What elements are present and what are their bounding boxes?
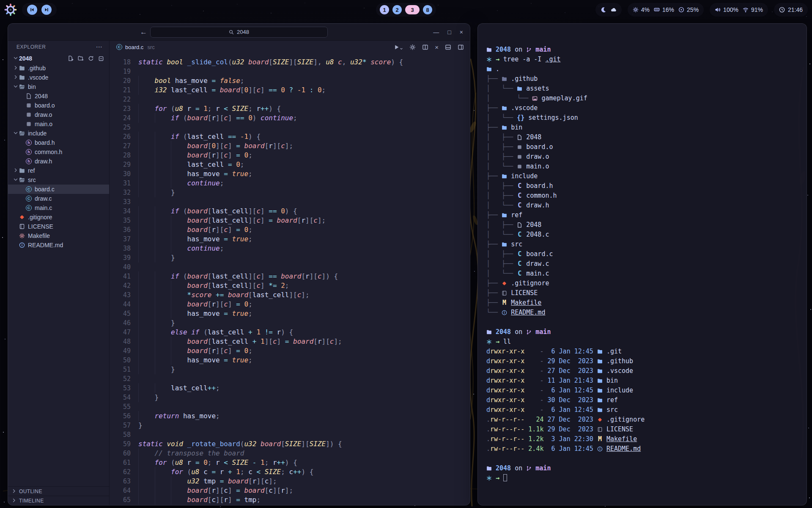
code-line[interactable]: 62 for (u8 c = r + 1; c < SIZE; c++) { (110, 467, 470, 477)
code-line[interactable]: 28 board[r][c] = 0; (110, 151, 470, 160)
code-line[interactable]: 35 board[last_cell][c] = board[r][c]; (110, 216, 470, 225)
code-line[interactable]: 34 if (board[last_cell][c] == 0) { (110, 207, 470, 216)
workspace-8[interactable]: 8 (423, 5, 432, 14)
code-line[interactable]: 30 has_move = true; (110, 169, 470, 179)
code-line[interactable]: 60 // transpose the board (110, 449, 470, 458)
code-line[interactable]: 47 else if (last_cell + 1 != r) { (110, 328, 470, 337)
code-line[interactable]: 55 (110, 402, 470, 411)
workspace-3[interactable]: 3 (405, 5, 420, 14)
code-line[interactable]: 58 (110, 430, 470, 439)
more-actions-icon[interactable]: ⋯ (96, 43, 103, 51)
workspace-2[interactable]: 2 (392, 5, 402, 14)
new-folder-icon[interactable] (78, 55, 84, 61)
code-line[interactable]: 57} (110, 421, 470, 430)
code-line[interactable]: 42 board[last_cell][c] *= 2; (110, 281, 470, 290)
code-line[interactable]: 26 if (last_cell == -1) { (110, 132, 470, 141)
code-line[interactable]: 43 *score += board[last_cell][c]; (110, 290, 470, 300)
toggle-layout-icon[interactable] (458, 44, 464, 50)
code-line[interactable]: 27 board[0][c] = board[r][c]; (110, 141, 470, 151)
code-line[interactable]: 49 board[r][c] = 0; (110, 346, 470, 356)
tree-item-main.c[interactable]: Cmain.c (8, 203, 109, 213)
code-line[interactable]: 53 last_cell++; (110, 384, 470, 393)
code-line[interactable]: 44 board[r][c] = 0; (110, 300, 470, 309)
code-editor[interactable]: 18static bool _slide_col(u32 board[SIZE]… (110, 53, 470, 505)
weather-widget[interactable] (595, 3, 622, 17)
code-line[interactable]: 50 has_move = true; (110, 356, 470, 365)
command-center-search[interactable]: 2048 (150, 27, 328, 38)
editor-titlebar[interactable]: ← → 2048 — □ × (8, 24, 470, 41)
code-line[interactable]: 48 board[last_cell + 1][c] = board[r][c]… (110, 337, 470, 346)
settings-gear-icon[interactable] (409, 44, 416, 50)
code-line[interactable]: 21 i32 last_cell = board[0][c] == 0 ? -1… (110, 86, 470, 95)
workspace-1[interactable]: 1 (380, 5, 389, 14)
code-line[interactable]: 39 } (110, 253, 470, 262)
code-line[interactable]: 38 continue; (110, 244, 470, 253)
volume-stat[interactable]: 100% (715, 6, 738, 13)
tree-item-ref[interactable]: ref (8, 166, 109, 175)
new-file-icon[interactable] (68, 55, 74, 61)
tree-item-.vscode[interactable]: .vscode (8, 73, 109, 82)
code-line[interactable]: 33 (110, 197, 470, 207)
tree-item-README.md[interactable]: README.md (8, 240, 109, 250)
code-line[interactable]: 37 has_move = true; (110, 235, 470, 244)
network-stat[interactable]: 91% (743, 6, 763, 13)
clock-widget[interactable]: 21:46 (774, 3, 808, 17)
minimize-button[interactable]: — (433, 29, 439, 36)
skip-forward-button[interactable] (41, 5, 52, 15)
code-line[interactable]: 61 for (u8 r = 0; r < SIZE - 1; r++) { (110, 458, 470, 467)
tree-item-.gitignore[interactable]: .gitignore (8, 213, 109, 222)
tree-item-board.c[interactable]: Cboard.c (8, 185, 109, 194)
code-line[interactable]: 45 has_move = true; (110, 309, 470, 318)
code-line[interactable]: 25 (110, 123, 470, 132)
split-editor-icon[interactable] (422, 44, 428, 50)
tree-item-src[interactable]: src (8, 175, 109, 185)
code-line[interactable]: 36 board[r][c] = 0; (110, 225, 470, 235)
maximize-button[interactable]: □ (447, 29, 451, 36)
outline-panel[interactable]: OUTLINE (8, 486, 109, 496)
tree-item-board.o[interactable]: board.o (8, 101, 109, 110)
code-line[interactable]: 63 u32 tmp = board[r][c]; (110, 477, 470, 486)
code-line[interactable]: 24 if (board[r][c] == 0) continue; (110, 113, 470, 123)
tree-item-common.h[interactable]: hcommon.h (8, 147, 109, 157)
code-line[interactable]: 46 } (110, 318, 470, 328)
tree-item-main.o[interactable]: main.o (8, 119, 109, 129)
code-line[interactable]: 29 last_cell = 0; (110, 160, 470, 169)
code-line[interactable]: 18static bool _slide_col(u32 board[SIZE]… (110, 58, 470, 67)
breadcrumb-file[interactable]: board.c (125, 44, 143, 50)
tree-item-include[interactable]: include (8, 129, 109, 138)
code-line[interactable]: 19 (110, 67, 470, 76)
code-line[interactable]: 40 (110, 262, 470, 272)
collapse-all-icon[interactable] (98, 55, 104, 61)
tree-item-bin[interactable]: bin (8, 82, 109, 91)
code-line[interactable]: 23 for (u8 r = 1; r < SIZE; r++) { (110, 104, 470, 113)
tree-item-draw.o[interactable]: draw.o (8, 110, 109, 119)
back-button[interactable]: ← (140, 28, 147, 36)
code-line[interactable]: 52 (110, 374, 470, 384)
code-line[interactable]: 41 if (board[last_cell][c] == board[r][c… (110, 272, 470, 281)
tree-item-.github[interactable]: .github (8, 64, 109, 73)
code-line[interactable]: 32 } (110, 188, 470, 197)
skip-back-button[interactable] (27, 5, 37, 15)
code-line[interactable]: 65 board[c][r] = tmp; (110, 495, 470, 505)
code-line[interactable]: 56 return has_move; (110, 411, 470, 421)
tree-item-LICENSE[interactable]: LICENSE (8, 222, 109, 231)
timeline-panel[interactable]: TIMELINE (8, 496, 109, 505)
tree-item-board.h[interactable]: hboard.h (8, 138, 109, 147)
code-line[interactable]: 64 board[r][c] = board[c][r]; (110, 486, 470, 495)
project-root-row[interactable]: 2048 (8, 53, 109, 64)
code-line[interactable]: 51 } (110, 365, 470, 374)
code-line[interactable]: 31 continue; (110, 179, 470, 188)
launcher-logo-icon[interactable] (4, 3, 17, 16)
tree-item-draw.c[interactable]: Cdraw.c (8, 194, 109, 203)
terminal-window[interactable]: 2048 on main → tree -a -I .git .├── .git… (477, 23, 807, 505)
tree-item-draw.h[interactable]: hdraw.h (8, 157, 109, 166)
close-editor-icon[interactable]: × (435, 44, 439, 51)
tree-item-Makefile[interactable]: Makefile (8, 231, 109, 240)
close-button[interactable]: × (460, 29, 463, 36)
code-line[interactable]: 54 } (110, 393, 470, 402)
breadcrumb-folder[interactable]: src (147, 44, 154, 50)
refresh-icon[interactable] (88, 55, 94, 61)
toggle-panel-icon[interactable] (445, 44, 451, 50)
code-line[interactable]: 59static void _rotate_board(u32 board[SI… (110, 439, 470, 449)
tree-item-2048[interactable]: 2048 (8, 91, 109, 101)
